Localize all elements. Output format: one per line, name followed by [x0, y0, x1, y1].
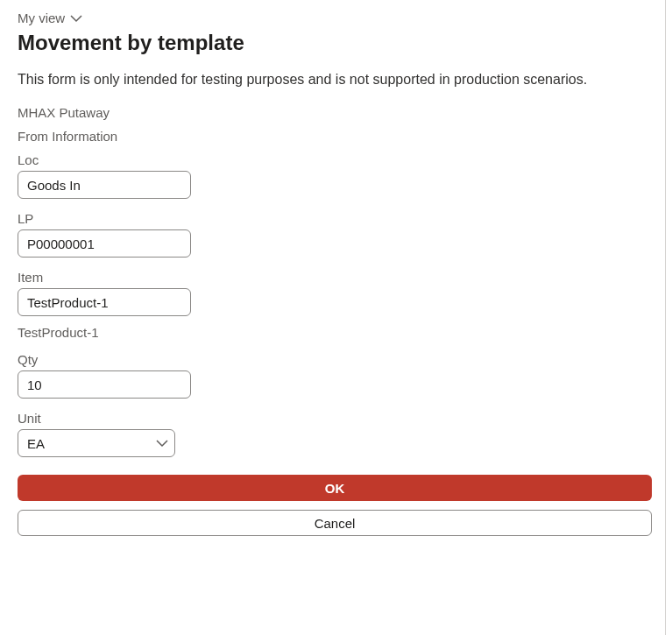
unit-value: EA — [27, 436, 45, 451]
context-text: MHAX Putaway — [18, 105, 654, 120]
ok-button-label: OK — [325, 481, 345, 496]
view-selector[interactable]: My view — [18, 11, 654, 25]
unit-select[interactable]: EA — [18, 429, 175, 457]
ok-button[interactable]: OK — [18, 475, 652, 501]
loc-input[interactable] — [18, 171, 191, 199]
view-label: My view — [18, 11, 65, 25]
loc-label: Loc — [18, 152, 654, 167]
cancel-button-label: Cancel — [315, 516, 356, 531]
item-description: TestProduct-1 — [18, 325, 654, 340]
cancel-button[interactable]: Cancel — [18, 510, 652, 536]
lp-label: LP — [18, 211, 654, 226]
page-title: Movement by template — [18, 31, 654, 55]
item-label: Item — [18, 270, 654, 285]
pane-divider — [665, 0, 666, 635]
item-input[interactable] — [18, 288, 191, 316]
lp-input[interactable] — [18, 229, 191, 258]
warning-text: This form is only intended for testing p… — [18, 69, 631, 89]
unit-label: Unit — [18, 411, 654, 426]
chevron-down-icon — [70, 14, 82, 23]
section-header: From Information — [18, 129, 654, 144]
qty-label: Qty — [18, 352, 654, 367]
qty-input[interactable] — [18, 370, 191, 399]
